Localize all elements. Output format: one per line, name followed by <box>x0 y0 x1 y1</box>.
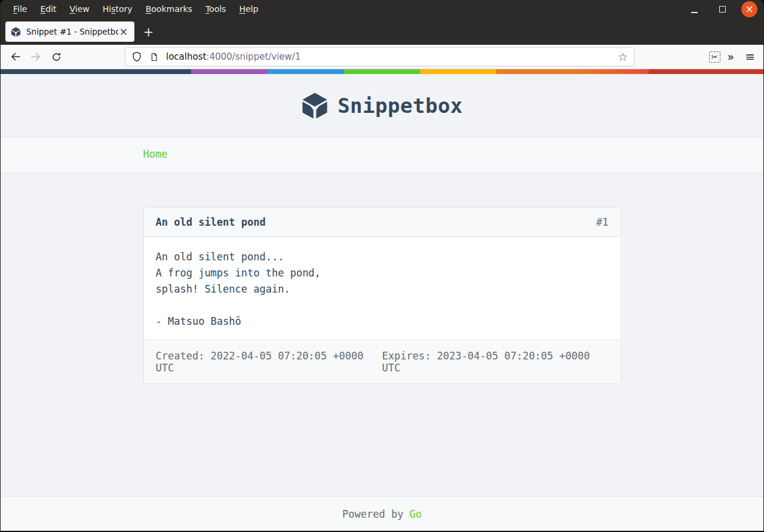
plus-icon: + <box>143 25 154 39</box>
menu-file[interactable]: File <box>7 0 33 19</box>
footer-go-link[interactable]: Go <box>409 508 421 520</box>
snippet-title: An old silent pond <box>156 216 266 228</box>
hamburger-icon: ≡ <box>745 50 755 64</box>
url-text[interactable]: localhost:4000/snippet/view/1 <box>166 51 300 62</box>
page-viewport: Snippetbox Home An old silent pond #1 An… <box>1 69 763 531</box>
browser-window: File Edit View History Bookmarks Tools H… <box>0 0 764 532</box>
tab-favicon-cube-icon <box>11 27 21 37</box>
forward-arrow-icon <box>30 51 42 63</box>
tab-snippet[interactable]: Snippet #1 - Snippetbox × <box>5 21 134 42</box>
footer-text: Powered by <box>342 508 403 520</box>
maximize-icon <box>719 6 726 13</box>
menu-tools[interactable]: Tools <box>199 0 233 19</box>
snippet-id-badge: #1 <box>596 216 608 228</box>
url-path: :4000/snippet/view/1 <box>206 51 300 62</box>
close-window-button[interactable]: × <box>741 1 757 17</box>
minimize-icon <box>691 12 698 13</box>
back-arrow-icon <box>10 51 22 63</box>
toolbar-right-icons: ✂ » ≡ <box>709 50 759 64</box>
menu-history[interactable]: History <box>96 0 139 19</box>
close-icon: × <box>745 4 753 14</box>
maximize-button[interactable] <box>713 0 732 19</box>
menu-help[interactable]: Help <box>232 0 265 19</box>
site-logo-link[interactable]: Snippetbox <box>301 92 463 119</box>
snippet-created-time: Created: 2022-04-05 07:20:05 +0000 UTC <box>156 350 382 374</box>
menu-view[interactable]: View <box>63 0 96 19</box>
site-footer: Powered by Go <box>1 496 763 531</box>
app-menu-button[interactable]: ≡ <box>741 50 759 64</box>
snippet-content: An old silent pond... A frog jumps into … <box>144 236 621 340</box>
snippet-expires-time: Expires: 2023-04-05 07:20:05 +0000 UTC <box>382 350 609 374</box>
new-tab-button[interactable]: + <box>140 24 157 40</box>
site-header: Snippetbox <box>1 69 763 137</box>
tab-close-button[interactable]: × <box>118 27 129 37</box>
menubar: File Edit View History Bookmarks Tools H… <box>1 0 763 19</box>
minimize-button[interactable] <box>685 0 704 19</box>
scissors-icon: ✂ <box>711 53 718 61</box>
back-button[interactable] <box>5 47 26 66</box>
reload-icon <box>51 51 62 63</box>
url-host: localhost <box>166 51 206 62</box>
nav-link-home[interactable]: Home <box>143 148 168 160</box>
main-content: An old silent pond #1 An old silent pond… <box>1 173 763 496</box>
overflow-button[interactable]: » <box>724 50 738 63</box>
tab-title: Snippet #1 - Snippetbox <box>26 27 118 36</box>
site-title: Snippetbox <box>337 94 463 118</box>
bookmark-star-button[interactable]: ☆ <box>618 51 628 63</box>
tab-bar: Snippet #1 - Snippetbox × + <box>1 19 763 45</box>
double-chevron-icon: » <box>728 50 735 63</box>
screenshot-button[interactable]: ✂ <box>709 51 720 63</box>
menu-edit[interactable]: Edit <box>33 0 63 19</box>
site-nav: Home <box>1 137 763 173</box>
star-icon: ☆ <box>618 50 628 63</box>
forward-button[interactable] <box>26 47 46 66</box>
window-controls: × <box>685 0 757 19</box>
navigation-toolbar: localhost:4000/snippet/view/1 ☆ ✂ » ≡ <box>1 45 763 69</box>
url-bar[interactable]: localhost:4000/snippet/view/1 ☆ <box>125 47 634 66</box>
reload-button[interactable] <box>46 47 66 66</box>
snippetbox-cube-icon <box>301 92 329 119</box>
menu-bookmarks[interactable]: Bookmarks <box>139 0 199 19</box>
close-icon: × <box>119 26 128 38</box>
snippet-card-header: An old silent pond #1 <box>144 208 621 236</box>
shield-icon[interactable] <box>131 51 142 62</box>
page-info-icon[interactable] <box>149 52 159 62</box>
snippet-card: An old silent pond #1 An old silent pond… <box>143 207 621 384</box>
snippet-card-footer: Created: 2022-04-05 07:20:05 +0000 UTC E… <box>144 340 621 383</box>
